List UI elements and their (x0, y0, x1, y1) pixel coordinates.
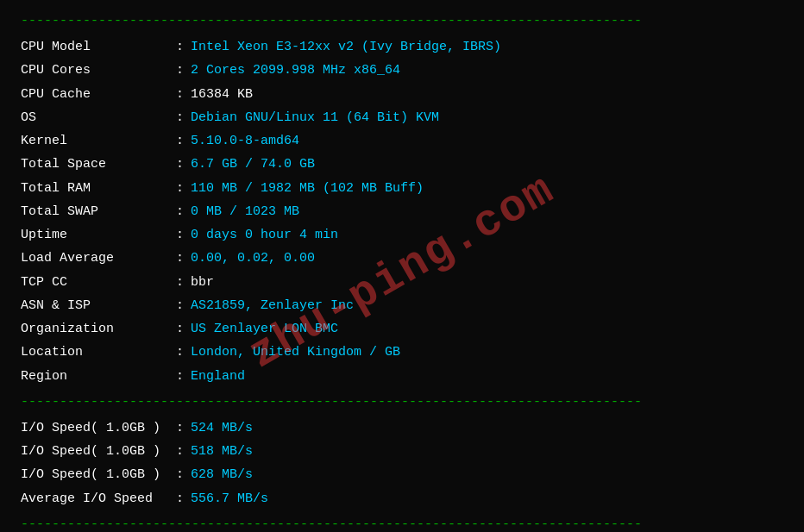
iospeed-row: I/O Speed( 1.0GB ) : 524 MB/s (21, 416, 783, 440)
sysinfo-label: Region (21, 366, 176, 386)
sysinfo-value: Intel Xeon E3-12xx v2 (Ivy Bridge, IBRS) (191, 37, 501, 57)
sysinfo-value: 2 Cores 2099.998 MHz x86_64 (191, 60, 400, 80)
sysinfo-colon: : (176, 248, 184, 268)
iospeed-row: I/O Speed( 1.0GB ) : 518 MB/s (21, 440, 783, 463)
sysinfo-row: CPU Cache : 16384 KB (21, 83, 783, 106)
sysinfo-row: Total RAM : 110 MB / 1982 MB (102 MB Buf… (21, 177, 783, 200)
sysinfo-row: Region : England (21, 365, 783, 388)
iospeed-section: I/O Speed( 1.0GB ) : 524 MB/s I/O Speed(… (10, 413, 794, 514)
sysinfo-value: Debian GNU/Linux 11 (64 Bit) KVM (191, 108, 439, 128)
sysinfo-colon: : (176, 37, 184, 57)
iospeed-colon: : (176, 418, 184, 438)
sysinfo-label: Total SWAP (21, 202, 176, 222)
sysinfo-value: AS21859, Zenlayer Inc (191, 296, 354, 316)
mid-divider: ----------------------------------------… (10, 391, 794, 413)
sysinfo-colon: : (176, 84, 184, 104)
sysinfo-label: Location (21, 342, 176, 362)
sysinfo-row: Location : London, United Kingdom / GB (21, 341, 783, 364)
sysinfo-label: CPU Cache (21, 84, 176, 104)
iospeed-label: Average I/O Speed (21, 489, 176, 509)
iospeed-value: 628 MB/s (191, 465, 253, 485)
sysinfo-value: 16384 KB (191, 84, 253, 104)
iospeed-row: I/O Speed( 1.0GB ) : 628 MB/s (21, 463, 783, 486)
sysinfo-colon: : (176, 178, 184, 198)
sysinfo-row: ASN & ISP : AS21859, Zenlayer Inc (21, 294, 783, 317)
iospeed-label: I/O Speed( 1.0GB ) (21, 465, 176, 485)
sysinfo-row: Organization : US Zenlayer LON BMC (21, 317, 783, 341)
sysinfo-label: Load Average (21, 248, 176, 268)
sysinfo-label: OS (21, 108, 176, 128)
sysinfo-row: CPU Model : Intel Xeon E3-12xx v2 (Ivy B… (21, 35, 783, 59)
iospeed-value: 524 MB/s (191, 418, 253, 438)
sysinfo-colon: : (176, 225, 184, 245)
iospeed-row: Average I/O Speed : 556.7 MB/s (21, 487, 783, 510)
iospeed-colon: : (176, 489, 184, 509)
sysinfo-row: OS : Debian GNU/Linux 11 (64 Bit) KVM (21, 106, 783, 129)
sysinfo-section: CPU Model : Intel Xeon E3-12xx v2 (Ivy B… (10, 32, 794, 391)
sysinfo-value: London, United Kingdom / GB (191, 342, 400, 362)
sysinfo-colon: : (176, 131, 184, 151)
sysinfo-value: 0 MB / 1023 MB (191, 202, 299, 222)
sysinfo-value: England (191, 366, 245, 386)
top-divider: ----------------------------------------… (10, 10, 794, 32)
sysinfo-row: CPU Cores : 2 Cores 2099.998 MHz x86_64 (21, 59, 783, 82)
sysinfo-colon: : (176, 202, 184, 222)
sysinfo-row: Total Space : 6.7 GB / 74.0 GB (21, 153, 783, 176)
sysinfo-row: Total SWAP : 0 MB / 1023 MB (21, 200, 783, 223)
sysinfo-value: US Zenlayer LON BMC (191, 319, 338, 339)
sysinfo-colon: : (176, 319, 184, 339)
sysinfo-label: Uptime (21, 225, 176, 245)
sysinfo-colon: : (176, 272, 184, 292)
sysinfo-value: 6.7 GB / 74.0 GB (191, 154, 315, 174)
sysinfo-label: Kernel (21, 131, 176, 151)
iospeed-colon: : (176, 465, 184, 485)
sysinfo-value: 5.10.0-8-amd64 (191, 131, 299, 151)
sysinfo-row: TCP CC : bbr (21, 271, 783, 294)
bot-divider: ----------------------------------------… (10, 514, 794, 532)
sysinfo-colon: : (176, 296, 184, 316)
sysinfo-colon: : (176, 108, 184, 128)
sysinfo-label: Total Space (21, 154, 176, 174)
sysinfo-colon: : (176, 154, 184, 174)
sysinfo-colon: : (176, 60, 184, 80)
iospeed-colon: : (176, 441, 184, 461)
sysinfo-label: ASN & ISP (21, 296, 176, 316)
sysinfo-value: 0 days 0 hour 4 min (191, 225, 338, 245)
sysinfo-label: TCP CC (21, 272, 176, 292)
sysinfo-value: bbr (191, 272, 214, 292)
sysinfo-label: Organization (21, 319, 176, 339)
sysinfo-colon: : (176, 342, 184, 362)
sysinfo-row: Kernel : 5.10.0-8-amd64 (21, 129, 783, 153)
sysinfo-label: CPU Model (21, 37, 176, 57)
sysinfo-row: Load Average : 0.00, 0.02, 0.00 (21, 247, 783, 270)
sysinfo-row: Uptime : 0 days 0 hour 4 min (21, 223, 783, 247)
iospeed-value: 556.7 MB/s (191, 489, 268, 509)
sysinfo-value: 110 MB / 1982 MB (102 MB Buff) (191, 178, 424, 198)
sysinfo-label: Total RAM (21, 178, 176, 198)
sysinfo-label: CPU Cores (21, 60, 176, 80)
iospeed-value: 518 MB/s (191, 441, 253, 461)
sysinfo-colon: : (176, 366, 184, 386)
iospeed-label: I/O Speed( 1.0GB ) (21, 418, 176, 438)
sysinfo-value: 0.00, 0.02, 0.00 (191, 248, 315, 268)
iospeed-label: I/O Speed( 1.0GB ) (21, 441, 176, 461)
